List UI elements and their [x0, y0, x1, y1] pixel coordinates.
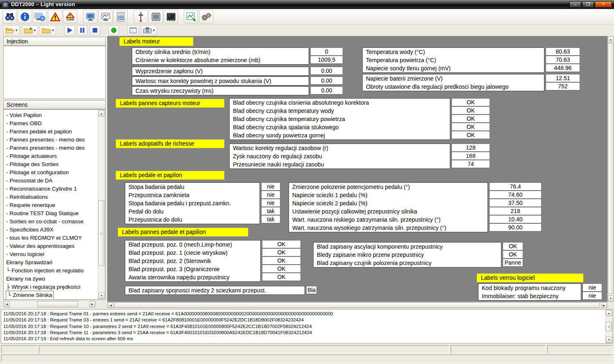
graph-export-button[interactable]: [184, 10, 198, 23]
flash-chip-button[interactable]: [164, 10, 178, 23]
pause-button[interactable]: [77, 25, 88, 36]
screen-list-item[interactable]: - Pannes presentes - memo des: [6, 144, 98, 152]
eeprom-chip-button[interactable]: [149, 10, 163, 23]
screen-list-item[interactable]: ├ Wtrysk i regulacja prędkości: [6, 283, 98, 291]
scrollbar-thumb[interactable]: [114, 302, 600, 308]
scroll-up-button[interactable]: ▲: [98, 110, 104, 117]
monitor-button[interactable]: [83, 10, 97, 23]
scroll-up-button[interactable]: ▲: [608, 36, 614, 43]
screen-list-item[interactable]: - Pilotage des Sorties: [6, 160, 98, 169]
label-panel: Wyprzedzenie zapłonu (V): [132, 67, 309, 76]
info-button[interactable]: [18, 10, 32, 23]
scrollbar-thumb[interactable]: [37, 301, 78, 307]
screenshot-button[interactable]: ▾: [141, 25, 157, 36]
moteur-group-2: Wyprzedzenie zapłonu (V)0.00: [132, 67, 343, 76]
folder-button[interactable]: ▾: [40, 25, 56, 36]
dtc-warning-button[interactable]: [48, 10, 62, 23]
screen-list-item[interactable]: - Valeur des apprentissages: [6, 242, 98, 250]
folder-icon: [42, 27, 51, 34]
info-icon: [20, 12, 30, 22]
stop-button[interactable]: [90, 25, 100, 36]
maximize-button[interactable]: ❐: [582, 1, 594, 8]
dropdown-arrow-icon[interactable]: ▾: [16, 28, 18, 32]
scrollbar-thumb[interactable]: ≡: [606, 321, 612, 331]
scroll-right-button[interactable]: ▶: [601, 302, 607, 308]
screen-list-item[interactable]: - Specificities A39X: [6, 226, 98, 234]
scroll-left-button[interactable]: ◀: [108, 302, 114, 308]
scroll-down-button[interactable]: ▼: [606, 337, 612, 343]
screen-list-item[interactable]: Ekrany na żywo: [6, 275, 98, 283]
screen-list-item[interactable]: - Pannes OBD: [6, 119, 98, 128]
screen-list-item[interactable]: - Pannes pedale et papilon: [6, 128, 98, 136]
minimize-button[interactable]: –: [569, 1, 581, 8]
main-horizontal-scrollbar: ◀ ▶: [107, 302, 607, 308]
moteur-group-5: Temperatura wody (°C)Temperatura powietr…: [362, 47, 580, 73]
screen-list-item[interactable]: - Reconnaissance Cylindre 1: [6, 185, 98, 193]
param-label: Temperatura wody (°C): [363, 48, 544, 56]
scrollbar-thumb[interactable]: ≡: [98, 200, 104, 266]
section-label-pedale: Labels pedale et papilon: [116, 171, 224, 180]
log-panel: 11/05/2016 20:17:18 : Request Trame 01 -…: [1, 309, 613, 344]
value-column: OKOKOKOKOK: [451, 98, 490, 139]
param-label: Blad obecny czujnika temperatury wody: [230, 107, 450, 115]
screen-list-item[interactable]: - Sorties en co-ccbat - ccmasse: [6, 218, 98, 226]
values-grid-button[interactable]: [113, 10, 128, 23]
param-value: 1009,5: [310, 56, 343, 64]
screen-list-item[interactable]: - Pannes presentes - memo des: [6, 136, 98, 144]
param-value: nie: [261, 191, 280, 199]
pannes-pedale-group-3: Blad zapisany spojnosci miedzy 2 sciezka…: [125, 286, 317, 295]
app-icon[interactable]: [2, 1, 9, 8]
screen-list-item[interactable]: └ Fonction injection et regulatio: [6, 267, 98, 275]
dropdown-arrow-icon[interactable]: ▾: [153, 28, 155, 32]
open-folder-button[interactable]: ▾: [3, 25, 20, 36]
param-value: OK: [262, 265, 301, 273]
new-folder-icon: [24, 27, 33, 34]
screen-list-item[interactable]: - Verrou logiciel: [6, 250, 98, 258]
ecu-session-button[interactable]: [33, 10, 47, 23]
record-icon: [111, 27, 117, 34]
param-value: 448.96: [546, 64, 580, 72]
scroll-down-button[interactable]: ▼: [98, 292, 104, 299]
chip-icon: [151, 12, 161, 22]
scroll-down-button[interactable]: ▼: [608, 295, 614, 301]
param-label: Blad przepust. poz. 3 (Ograniczenie: [125, 265, 260, 273]
new-folder-button[interactable]: ▾: [22, 25, 38, 36]
search-button[interactable]: [2, 10, 17, 23]
screen-list-item[interactable]: - Pilotage et configuration: [6, 169, 98, 177]
close-button[interactable]: ×: [595, 1, 612, 8]
param-value: nie: [582, 283, 602, 292]
screen-list-item[interactable]: └ Zmienne Silnika: [6, 291, 53, 299]
scroll-right-button[interactable]: ▶: [89, 301, 95, 307]
scroll-left-button[interactable]: ◀: [4, 301, 10, 307]
screen-list-item[interactable]: - Routine TEST Diag Statique: [6, 209, 98, 218]
param-label: Wartosc korekty regulacji zasobow (r): [230, 144, 450, 152]
moteur-group-4: Czas wtrysku rzeczywisty (ms)0.00: [132, 86, 343, 95]
dropdown-arrow-icon[interactable]: ▾: [34, 28, 36, 32]
screen-list-item[interactable]: - Reinitialisations: [6, 193, 98, 201]
can-warning-button[interactable]: CAN: [63, 10, 77, 23]
settings-button[interactable]: [199, 10, 213, 23]
param-value: 168: [451, 152, 490, 160]
screen-list-item[interactable]: - tous les REGMOY et CLMOY: [6, 234, 98, 242]
screen-list-item[interactable]: - Requete renerique: [6, 201, 98, 209]
screen-list-item[interactable]: - Pilotage actuateurs: [6, 152, 98, 160]
dropdown-arrow-icon[interactable]: ▾: [52, 28, 54, 32]
measure-probe-button[interactable]: [133, 10, 148, 23]
open-folder-icon: [5, 27, 14, 34]
monitor-graph-button[interactable]: [98, 10, 113, 23]
param-label: Wart. nauczona wysokiego zatrzymania sil…: [289, 224, 488, 232]
moteur-group-1: Obroty silnika srednio (tr/min)Ciśnienie…: [132, 47, 343, 65]
param-value: OK: [503, 250, 523, 258]
scrollbar-thumb[interactable]: [608, 43, 614, 294]
screen-list-item[interactable]: - Pressostat de DA: [6, 177, 98, 185]
play-button[interactable]: [64, 25, 75, 36]
screen-list-item[interactable]: Ekrany Sprawdzań: [6, 258, 98, 267]
form-window-button[interactable]: [127, 25, 139, 36]
record-button[interactable]: [108, 25, 119, 36]
value-column: Bla: [306, 286, 317, 294]
screen-list-item[interactable]: - Volet Papilon: [6, 111, 98, 119]
stop-icon: [92, 27, 98, 34]
screens-list-scrollbar: ▲ ≡ ▼: [98, 110, 105, 299]
scroll-up-button[interactable]: ▲: [606, 310, 612, 316]
param-label: Bledy zapisane mikro przerw przepustnicy: [314, 251, 501, 259]
